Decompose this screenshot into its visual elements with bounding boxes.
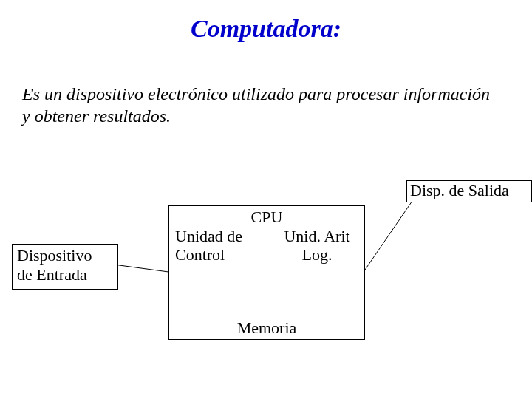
output-device-label: Disp. de Salida [410,181,509,200]
central-box: CPU Unidad deControl Unid. AritLog. Memo… [168,205,365,340]
alu-label: Unid. AritLog. [273,227,361,265]
svg-line-0 [114,265,168,272]
input-device-box: Dispositivode Entrada [12,244,118,290]
control-unit-label: Unidad deControl [175,227,242,265]
definition-text: Es un dispositivo electrónico utilizado … [22,83,495,127]
memory-label: Memoria [169,318,364,338]
slide-title: Computadora: [0,15,532,43]
svg-line-1 [364,199,414,272]
output-device-box: Disp. de Salida [406,180,532,202]
slide: Computadora: Es un dispositivo electróni… [0,0,532,399]
cpu-label: CPU [169,208,364,227]
input-device-label: Dispositivode Entrada [17,246,92,284]
